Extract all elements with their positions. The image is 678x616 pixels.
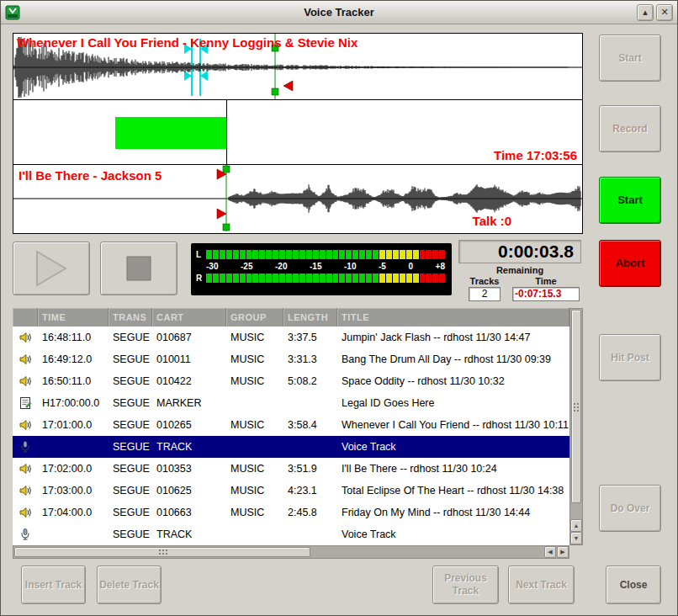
scroll-down-icon[interactable]: ▼ bbox=[570, 532, 582, 544]
close-window-icon[interactable]: ✕ bbox=[656, 4, 673, 21]
header-cart[interactable]: CART bbox=[152, 308, 226, 327]
meter-left-leds bbox=[206, 250, 445, 259]
cell-trans: SEGUE bbox=[109, 332, 152, 343]
start-track2-button[interactable]: Start bbox=[599, 177, 661, 224]
table-row[interactable]: SEGUETRACKVoice Track bbox=[13, 436, 569, 458]
track3-title: I'll Be There - Jackson 5 bbox=[19, 168, 162, 183]
vertical-scrollbar-thumb[interactable] bbox=[571, 310, 581, 503]
cell-cart: MARKER bbox=[152, 397, 226, 409]
header-trans[interactable]: TRANS bbox=[109, 308, 152, 327]
header-time[interactable]: TIME bbox=[38, 308, 109, 327]
cell-trans: SEGUE bbox=[109, 419, 152, 431]
speaker-icon bbox=[13, 418, 38, 432]
track1-title: Whenever I Call You Friend - Kenny Loggi… bbox=[17, 35, 358, 50]
table-row[interactable]: SEGUETRACKVoice Track bbox=[13, 523, 569, 545]
cell-group: MUSIC bbox=[226, 507, 283, 518]
insert-track-button[interactable]: Insert Track bbox=[21, 566, 86, 604]
cell-group: MUSIC bbox=[226, 485, 283, 497]
cell-trans: SEGUE bbox=[109, 485, 152, 497]
cell-time: 16:49:12.0 bbox=[38, 353, 109, 365]
cell-title: Bang The Drum All Day -- rdhost 11/30 09… bbox=[337, 353, 569, 365]
cell-title: Legal ID Goes Here bbox=[337, 397, 569, 409]
cell-length: 3:58.4 bbox=[283, 419, 337, 431]
cell-time: 16:50:11.0 bbox=[38, 375, 109, 387]
speaker-icon bbox=[13, 353, 38, 366]
track3-waveform-panel[interactable]: I'll Be There - Jackson 5 Talk :0 bbox=[13, 165, 582, 231]
window-title: Voice Tracker bbox=[1, 6, 677, 19]
marker-icon bbox=[13, 396, 38, 410]
table-row[interactable]: 16:49:12.0SEGUE010011MUSIC3:31.3Bang The… bbox=[13, 348, 569, 370]
delete-track-button[interactable]: Delete Track bbox=[97, 566, 162, 604]
table-row[interactable]: 16:48:11.0SEGUE010687MUSIC3:37.5Jumpin' … bbox=[13, 327, 569, 348]
scrollbar-corner bbox=[569, 545, 583, 559]
cell-group: MUSIC bbox=[226, 419, 283, 431]
table-row[interactable]: 17:03:00.0SEGUE010625MUSIC4:23.1Total Ec… bbox=[13, 480, 569, 502]
do-over-button[interactable]: Do Over bbox=[599, 485, 661, 532]
track1-waveform-panel[interactable]: Whenever I Call You Friend - Kenny Loggi… bbox=[13, 34, 582, 100]
abort-button[interactable]: Abort bbox=[599, 240, 661, 287]
cell-title: Voice Track bbox=[337, 528, 569, 540]
table-row[interactable]: 17:02:00.0SEGUE010353MUSIC3:51.9I'll Be … bbox=[13, 458, 569, 480]
remaining-time-value: -0:07:15.3 bbox=[512, 287, 580, 301]
meter-right-leds bbox=[206, 273, 445, 283]
header-icon-col[interactable] bbox=[13, 308, 38, 327]
scroll-left-icon[interactable]: ◀ bbox=[544, 546, 556, 558]
cell-cart: 010625 bbox=[152, 485, 226, 497]
title-bar[interactable]: Voice Tracker ▴ ✕ bbox=[1, 1, 677, 24]
next-track-button[interactable]: Next Track bbox=[508, 566, 575, 604]
cell-trans: SEGUE bbox=[109, 397, 152, 409]
stop-icon bbox=[126, 256, 151, 281]
table-row[interactable]: 17:04:00.0SEGUE010663MUSIC2:45.8Friday O… bbox=[13, 502, 569, 523]
meter-scale: -30-25-20-15-10-50+8 bbox=[206, 261, 445, 271]
play-button[interactable] bbox=[13, 242, 90, 295]
elapsed-time-display: 0:00:03.8 bbox=[458, 240, 581, 263]
speaker-icon bbox=[13, 331, 38, 344]
scroll-right-icon[interactable]: ▶ bbox=[557, 546, 569, 558]
cell-trans: SEGUE bbox=[109, 507, 152, 518]
cell-length: 3:37.5 bbox=[283, 332, 337, 343]
cell-trans: SEGUE bbox=[109, 375, 152, 387]
scroll-up-icon[interactable]: ▲ bbox=[570, 519, 582, 532]
stop-button[interactable] bbox=[100, 242, 177, 295]
meter-left-label: L bbox=[196, 250, 206, 259]
audio-level-meter: L -30-25-20-15-10-50+8 R bbox=[191, 243, 452, 295]
record-button[interactable]: Record bbox=[599, 105, 661, 152]
previous-track-button[interactable]: Previous Track bbox=[432, 566, 499, 604]
cell-length: 3:51.9 bbox=[283, 463, 337, 475]
close-button[interactable]: Close bbox=[606, 566, 661, 604]
track-start-line bbox=[226, 100, 227, 165]
header-title[interactable]: TITLE bbox=[337, 308, 569, 327]
hit-post-button[interactable]: Hit Post bbox=[599, 334, 661, 381]
cell-title: Jumpin' Jack Flash -- rdhost 11/30 14:47 bbox=[337, 332, 569, 343]
header-length[interactable]: LENGTH bbox=[283, 308, 337, 327]
voicetrack-region[interactable] bbox=[115, 117, 226, 149]
voicetrack-panel[interactable]: Time 17:03:56 bbox=[13, 100, 582, 165]
speaker-icon bbox=[13, 484, 38, 497]
cell-cart: TRACK bbox=[152, 441, 226, 453]
vertical-scrollbar[interactable]: ▲ ▼ bbox=[569, 308, 583, 545]
cell-time: 17:04:00.0 bbox=[38, 507, 109, 518]
horizontal-scrollbar[interactable]: ◀ ▶ bbox=[13, 545, 569, 559]
cell-trans: SEGUE bbox=[109, 353, 152, 365]
cell-length: 4:23.1 bbox=[283, 485, 337, 497]
header-group[interactable]: GROUP bbox=[226, 308, 283, 327]
cell-cart: TRACK bbox=[152, 528, 226, 540]
table-row[interactable]: H17:00:00.0SEGUEMARKERLegal ID Goes Here bbox=[13, 392, 569, 414]
table-row[interactable]: 17:01:00.0SEGUE010265MUSIC3:58.4Whenever… bbox=[13, 414, 569, 436]
cell-group: MUSIC bbox=[226, 332, 283, 343]
table-row[interactable]: 16:50:11.0SEGUE010422MUSIC5:08.2Space Od… bbox=[13, 370, 569, 392]
cell-group: MUSIC bbox=[226, 463, 283, 475]
cell-trans: SEGUE bbox=[109, 463, 152, 475]
cell-time: 17:02:00.0 bbox=[38, 463, 109, 475]
remaining-panel: Remaining Tracks 2 Time -0:07:15.3 bbox=[458, 265, 581, 301]
remaining-label: Remaining bbox=[458, 265, 581, 275]
shade-window-icon[interactable]: ▴ bbox=[637, 4, 654, 21]
speaker-icon bbox=[13, 374, 38, 388]
cell-title: I'll Be There -- rdhost 11/30 10:24 bbox=[337, 463, 569, 475]
cell-cart: 010663 bbox=[152, 507, 226, 518]
horizontal-scrollbar-thumb[interactable] bbox=[14, 547, 310, 557]
cell-cart: 010422 bbox=[152, 375, 226, 387]
cell-title: Friday On My Mind -- rdhost 11/30 14:44 bbox=[337, 507, 569, 518]
cell-title: Total Eclipse Of The Heart -- rdhost 11/… bbox=[337, 485, 569, 497]
start-track1-button[interactable]: Start bbox=[599, 35, 661, 82]
